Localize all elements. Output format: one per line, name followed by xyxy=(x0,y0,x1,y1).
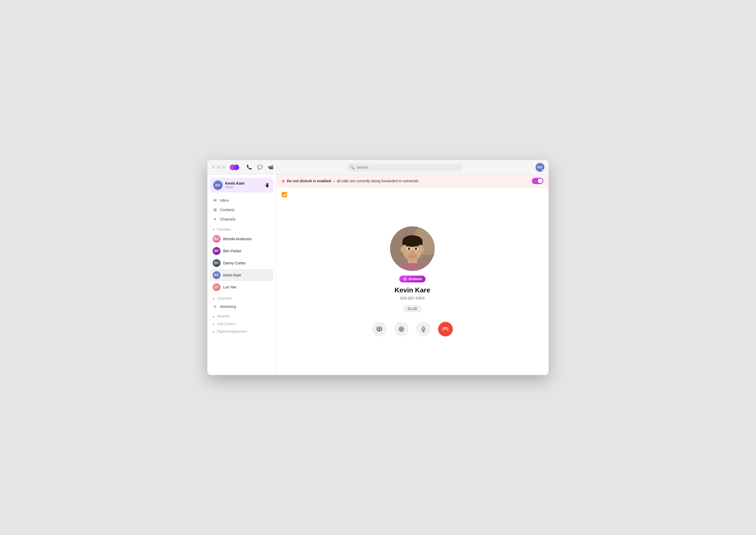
dnd-bold-text: Do not disturb is enabled — all calls ar… xyxy=(287,179,419,183)
search-icon: 🔍 xyxy=(350,165,354,169)
logo-right xyxy=(233,164,239,170)
favorites-label: Favorites xyxy=(217,227,231,231)
svg-point-13 xyxy=(407,253,418,260)
lori-name: Lori Yee xyxy=(223,285,236,289)
danny-name: Danny Cortes xyxy=(223,261,246,265)
phone-icon[interactable]: 📞 xyxy=(247,164,252,170)
call-controls xyxy=(372,322,453,336)
svg-rect-8 xyxy=(403,241,422,245)
end-call-button[interactable] xyxy=(438,322,453,336)
sidebar-item-ben[interactable]: BP Ben Parker xyxy=(210,245,273,257)
content-area: ⊗ Do not disturb is enabled — all calls … xyxy=(276,175,549,375)
dnd-detail: — all calls are currently being forwarde… xyxy=(332,179,419,183)
avatar-initials: KK xyxy=(538,165,543,169)
dnd-icon: ⊗ xyxy=(282,179,285,183)
screen-share-button[interactable] xyxy=(372,322,387,336)
svg-point-17 xyxy=(415,247,416,249)
kevin-name: Kevin Kare xyxy=(223,273,241,277)
svg-point-23 xyxy=(400,327,403,330)
call-timer: 01:28 xyxy=(403,305,422,312)
titlebar-right: KK xyxy=(535,163,544,172)
channels-top-icon: # xyxy=(213,217,217,221)
online-status-dot xyxy=(542,169,544,172)
recents-chevron-icon: ▲ xyxy=(212,315,215,318)
video-icon[interactable]: 📹 xyxy=(268,164,274,170)
inbox-label: Inbox xyxy=(220,198,229,203)
signal-bars-icon: 📶 xyxy=(282,192,287,197)
contacts-label: Contacts xyxy=(220,208,234,212)
call-view: 📶 xyxy=(276,187,549,375)
sidebar-item-brenda[interactable]: BA Brenda Anderson xyxy=(210,233,273,245)
dnd-toggle-container xyxy=(532,178,543,184)
marketing-label: Marketing xyxy=(220,304,236,309)
channels-section-label: Channels xyxy=(217,296,231,300)
favorites-section-header[interactable]: ▼ Favorites xyxy=(207,225,276,232)
marketing-icon: # xyxy=(213,304,217,309)
call-avatar: KK xyxy=(213,181,223,190)
kevin-avatar: KK xyxy=(213,271,221,279)
badge-logo-icon: N xyxy=(403,277,407,281)
ben-name: Ben Parker xyxy=(223,249,241,253)
search-bar[interactable]: 🔍 xyxy=(347,163,462,172)
svg-point-12 xyxy=(414,247,417,250)
call-duration: 06:01 xyxy=(225,185,259,189)
phone-down-icon: 📲 xyxy=(264,183,268,187)
svg-point-11 xyxy=(408,247,410,250)
channels-chevron-icon: ▲ xyxy=(212,297,215,300)
svg-point-16 xyxy=(408,247,409,249)
chat-icon[interactable]: 💬 xyxy=(257,164,263,170)
call-contact-name: Kevin Kare xyxy=(225,181,259,185)
call-centers-label: Call Centers xyxy=(217,322,236,326)
target-button[interactable] xyxy=(394,322,409,336)
search-input[interactable] xyxy=(356,165,459,169)
svg-point-24 xyxy=(401,328,402,330)
dnd-bold: Do not disturb is enabled xyxy=(287,179,331,183)
enabled-badge: N Enabled xyxy=(399,276,426,282)
sidebar-item-channels-top[interactable]: # Channels xyxy=(210,214,273,224)
channels-list: # Marketing xyxy=(207,301,276,312)
app-logo xyxy=(230,164,239,170)
favorites-list: BA Brenda Anderson BP Ben Parker DC Dann… xyxy=(207,232,276,294)
traffic-lights xyxy=(212,165,226,169)
caller-number: 555-567-5309 xyxy=(400,296,424,300)
danny-avatar: DC xyxy=(213,259,221,267)
digital-engagement-chevron-icon: ▲ xyxy=(212,330,215,333)
recents-label: Recents xyxy=(217,314,230,318)
dnd-message: ⊗ Do not disturb is enabled — all calls … xyxy=(282,179,419,183)
digital-engagement-section-header[interactable]: ▲ Digital Engagement xyxy=(207,327,276,334)
titlebar: 📞 💬 📹 🔍 KK xyxy=(207,160,549,175)
brenda-name: Brenda Anderson xyxy=(223,237,252,241)
badge-label: Enabled xyxy=(409,277,422,281)
dnd-toggle[interactable] xyxy=(532,178,543,184)
minimize-button[interactable] xyxy=(217,165,220,169)
active-call-item[interactable]: KK Kevin Kare 06:01 📲 xyxy=(210,178,273,192)
lori-avatar: LY xyxy=(213,283,221,291)
call-centers-chevron-icon: ▲ xyxy=(212,322,215,325)
maximize-button[interactable] xyxy=(222,165,226,169)
call-centers-section-header[interactable]: ▲ Call Centers xyxy=(207,319,276,327)
titlebar-icons: 📞 💬 📹 xyxy=(247,164,274,170)
main-layout: KK Kevin Kare 06:01 📲 ✉ Inbox ⊞ Contacts xyxy=(207,175,549,375)
call-info: Kevin Kare 06:01 xyxy=(225,181,259,189)
ben-avatar: BP xyxy=(213,247,221,255)
mute-button[interactable] xyxy=(416,322,431,336)
sidebar-item-danny[interactable]: DC Danny Cortes xyxy=(210,257,273,269)
sidebar-item-marketing[interactable]: # Marketing xyxy=(210,302,273,311)
favorites-chevron-icon: ▼ xyxy=(212,228,215,231)
svg-point-22 xyxy=(399,326,404,331)
channels-section-header[interactable]: ▲ Channels xyxy=(207,294,276,301)
recents-section-header[interactable]: ▲ Recents xyxy=(207,312,276,319)
contacts-icon: ⊞ xyxy=(213,208,217,212)
incoming-call-icon[interactable]: 📲 xyxy=(262,181,270,189)
brenda-avatar: BA xyxy=(213,235,221,243)
sidebar-item-contacts[interactable]: ⊞ Contacts xyxy=(210,205,273,214)
dnd-banner: ⊗ Do not disturb is enabled — all calls … xyxy=(276,175,549,187)
sidebar-item-kevin[interactable]: KK Kevin Kare xyxy=(210,269,273,281)
sidebar-item-lori[interactable]: LY Lori Yee xyxy=(210,281,273,293)
svg-point-15 xyxy=(420,247,424,252)
sidebar-item-inbox[interactable]: ✉ Inbox xyxy=(210,196,273,205)
channels-top-label: Channels xyxy=(220,217,235,221)
svg-point-14 xyxy=(401,247,404,252)
user-avatar[interactable]: KK xyxy=(535,163,544,172)
close-button[interactable] xyxy=(212,165,215,169)
